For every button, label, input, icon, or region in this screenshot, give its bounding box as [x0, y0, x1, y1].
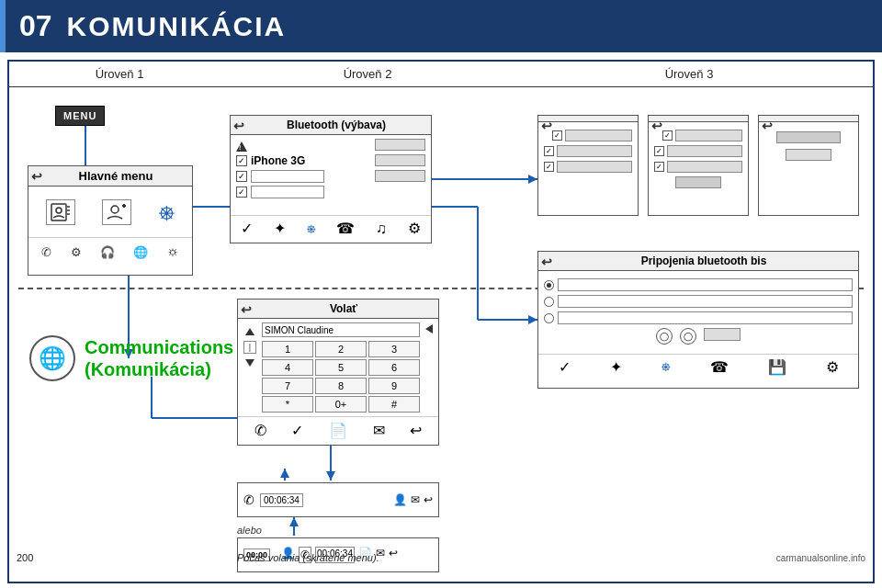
- num-star[interactable]: *: [262, 396, 313, 413]
- column-headers: Úroveň 1 Úroveň 2 Úroveň 3: [9, 62, 873, 87]
- call-timer: 00:06:34: [260, 493, 303, 507]
- prep-field-3[interactable]: [558, 311, 853, 324]
- volat-phone-icon: ✆: [254, 422, 266, 439]
- bottom-caption: Počas volania (skrátené menu).: [237, 552, 379, 563]
- iphone-label: iPhone 3G: [251, 154, 305, 167]
- pripojenia-row-1: [544, 278, 853, 291]
- svg-marker-18: [326, 471, 335, 481]
- num-1[interactable]: 1: [262, 341, 313, 357]
- lvl3-row-2-2: ✓: [654, 145, 742, 157]
- num-0[interactable]: 0+: [315, 396, 367, 413]
- svg-marker-20: [280, 469, 289, 478]
- lvl3-row-3: ✓: [544, 161, 632, 173]
- lvl3-cb-2[interactable]: ✓: [544, 146, 554, 156]
- lvl3-cb-2-3[interactable]: ✓: [654, 162, 664, 172]
- nebo-label: alebo: [237, 525, 262, 536]
- nav-indicator: |: [243, 341, 256, 354]
- bt-sun-icon: ✦: [274, 220, 286, 237]
- gear-icon: ⛭: [167, 245, 179, 259]
- pripojenia-row-2: [544, 295, 853, 308]
- lvl3-row-2-3: ✓: [654, 161, 742, 173]
- prep-field-1[interactable]: [558, 278, 853, 291]
- volat-sms-icon: ✉: [373, 422, 385, 439]
- svg-point-28: [111, 206, 119, 213]
- volat-check-icon: ✓: [291, 422, 303, 439]
- num-5[interactable]: 5: [315, 359, 367, 376]
- pripojenia-row-3: [544, 311, 853, 324]
- volat-back-icon: ↩: [241, 302, 252, 317]
- bt-bt-icon: ⎈: [307, 220, 316, 237]
- num-6[interactable]: 6: [368, 359, 420, 376]
- call-back-icon: ↩: [424, 493, 433, 506]
- bt-bottom-toolbar: ✓ ✦ ⎈ ☎ ♫ ⚙: [231, 215, 431, 237]
- bt-input-2[interactable]: [251, 186, 324, 198]
- num-4[interactable]: 4: [262, 359, 313, 376]
- caller-name-field[interactable]: SIMON Claudine: [262, 322, 420, 337]
- radio-3[interactable]: [544, 313, 554, 323]
- komunikacia-label: Communications (Komunikácia): [85, 336, 233, 380]
- phone-icon: ✆: [41, 245, 51, 259]
- lvl3-cb-2-1[interactable]: ✓: [662, 130, 673, 141]
- prep-circle-2[interactable]: ◯: [680, 328, 696, 345]
- bt-right-field-1: [375, 139, 425, 151]
- chapter-title: KOMUNIKÁCIA: [67, 11, 287, 42]
- num-7[interactable]: 7: [262, 378, 313, 394]
- back-arrow-icon: ↩: [31, 169, 42, 184]
- bt-right-field-3: [375, 170, 425, 182]
- num-9[interactable]: 9: [368, 378, 420, 394]
- prep-field-2[interactable]: [558, 295, 853, 308]
- bluetooth-icon: ⎈: [159, 198, 175, 227]
- bt-checkbox-3[interactable]: ✓: [236, 187, 247, 198]
- num-hash[interactable]: #: [368, 396, 420, 413]
- add-contact-icon: [102, 199, 131, 225]
- scroll-up-icon[interactable]: [245, 328, 254, 335]
- world-icon: 🌐: [29, 335, 75, 381]
- pripojenia-back-icon: ↩: [541, 254, 552, 269]
- backspace-icon[interactable]: [425, 324, 433, 334]
- status-back-icon: ↩: [389, 547, 398, 563]
- lvl3-cb-2-2[interactable]: ✓: [654, 146, 664, 156]
- lvl3-box-2: ↩ ✓ ✓ ✓: [648, 115, 749, 216]
- lvl3-rows-2: ✓ ✓ ✓: [649, 122, 748, 196]
- lvl3-cb-1[interactable]: ✓: [552, 130, 562, 141]
- bt-checkbox-2[interactable]: ✓: [236, 171, 247, 182]
- lvl3-back-icon-2: ↩: [651, 119, 662, 133]
- num-8[interactable]: 8: [315, 378, 367, 394]
- radio-1[interactable]: [544, 280, 554, 290]
- lvl3-back-icon-1: ↩: [541, 119, 552, 133]
- hlavne-bottom-icons: ✆ ⚙ 🎧 🌐 ⛭: [28, 237, 192, 266]
- page-number: 200: [17, 552, 33, 563]
- lvl3-field-2-1: [675, 130, 742, 141]
- pripojenia-bottom-toolbar: ✓ ✦ ⎈ ☎ 💾 ⚙: [538, 354, 858, 376]
- website-label: carmanualsonline.info: [776, 553, 865, 563]
- headphone-icon: 🎧: [100, 245, 115, 259]
- hlavne-menu-box: ↩ Hlavné menu: [28, 165, 193, 276]
- page-header: 07 KOMUNIKÁCIA: [0, 0, 882, 52]
- radio-2[interactable]: [544, 297, 554, 307]
- bt-input-1[interactable]: [251, 170, 324, 183]
- lvl3-wide-gray: [776, 131, 841, 143]
- num-2[interactable]: 2: [315, 341, 367, 357]
- col-header-3: Úroveň 3: [505, 67, 873, 81]
- lvl3-row-1: ✓: [552, 130, 632, 141]
- volat-box: ↩ Volať | SIMON Claudine 1 2 3: [237, 299, 439, 446]
- num-3[interactable]: 3: [368, 341, 420, 357]
- call-sms-icon: ✉: [411, 493, 420, 506]
- lvl3-cb-3[interactable]: ✓: [544, 162, 554, 172]
- lvl3-row-2: ✓: [544, 145, 632, 157]
- menu-button[interactable]: MENU: [55, 106, 105, 126]
- prep-check-icon: ✓: [559, 358, 571, 376]
- lvl3-gray-field-2: [675, 176, 721, 188]
- chapter-number: 07: [19, 9, 52, 43]
- phone-call-bar: ✆ 00:06:34 👤 ✉ ↩: [237, 482, 439, 517]
- lvl3-field-2-3: [667, 161, 742, 173]
- volat-bottom-toolbar: ✆ ✓ 📄 ✉ ↩: [238, 416, 438, 444]
- bt-field-row-2: ✓: [236, 186, 425, 198]
- phone-handset-icon: ✆: [243, 492, 254, 507]
- prep-circle-1[interactable]: ◯: [656, 328, 673, 345]
- lvl3-box-1: ↩ ✓ ✓ ✓: [537, 115, 639, 216]
- hlavne-icons-row: ⎈: [28, 187, 192, 237]
- volat-title: ↩ Volať: [238, 300, 438, 319]
- bt-checkbox-1[interactable]: ✓: [236, 155, 247, 166]
- scroll-down-icon[interactable]: [245, 359, 254, 367]
